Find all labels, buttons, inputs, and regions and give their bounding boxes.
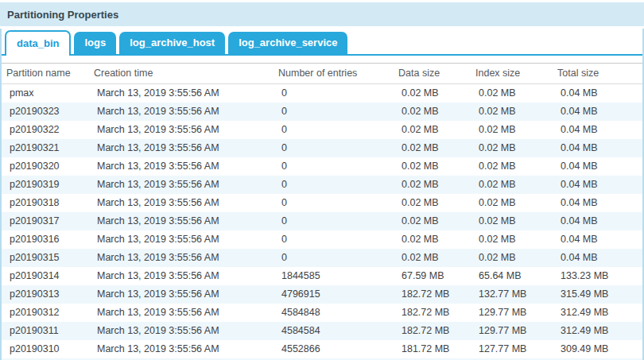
table-cell: 0.02 MB (394, 194, 471, 212)
table-row: p20190313March 13, 2019 3:55:56 AM479691… (2, 285, 642, 304)
tab-log-archive-service[interactable]: log_archive_service (228, 32, 347, 54)
table-cell: p20190312 (2, 304, 89, 322)
table-cell: March 13, 2019 3:55:56 AM (89, 84, 274, 103)
table-cell: 0.02 MB (394, 121, 471, 139)
table-cell: March 13, 2019 3:55:56 AM (89, 304, 274, 322)
table-cell: March 13, 2019 3:55:56 AM (89, 267, 274, 285)
table-cell: p20190320 (2, 157, 89, 176)
table-cell: 0.04 MB (553, 157, 642, 176)
table-cell: 0.02 MB (394, 176, 471, 194)
table-cell: 129.77 MB (471, 304, 553, 322)
table-cell: 181.72 MB (394, 340, 471, 358)
table-cell: 0 (274, 230, 394, 249)
table-cell: 0.02 MB (471, 157, 553, 176)
table-cell: 0.04 MB (553, 194, 642, 212)
table-cell: 0.02 MB (471, 230, 553, 249)
table-cell: March 13, 2019 3:55:56 AM (89, 230, 274, 249)
table-cell: 0 (274, 103, 394, 121)
table-cell: 0.04 MB (553, 230, 642, 249)
column-header-creation-time: Creation time (89, 64, 274, 84)
panel-left-border (0, 29, 2, 360)
table-cell: p20190310 (2, 340, 89, 358)
table-cell: 0.02 MB (471, 103, 553, 121)
table-cell: p20190311 (2, 322, 89, 340)
table-cell: pmax (2, 84, 89, 103)
table-cell: 0.02 MB (394, 249, 471, 267)
table-cell: 182.72 MB (394, 304, 471, 322)
table-cell: 129.77 MB (471, 322, 553, 340)
table-cell: 0.02 MB (471, 194, 553, 212)
table-row: p20190322March 13, 2019 3:55:56 AM00.02 … (2, 121, 642, 139)
table-cell: 315.49 MB (553, 285, 642, 304)
table-cell: 0.04 MB (553, 249, 642, 267)
table-cell: 0.02 MB (471, 84, 553, 103)
table-cell: 0.02 MB (394, 103, 471, 121)
table-header-row: Partition name Creation time Number of e… (2, 64, 642, 84)
table-cell: 0.02 MB (394, 212, 471, 230)
panel-title: Partitioning Properties (7, 9, 118, 21)
table-cell: 0.04 MB (553, 212, 642, 230)
table-cell: 0.02 MB (471, 139, 553, 157)
tab-bar: data_bin logs log_archive_host log_archi… (0, 30, 644, 56)
column-header-total-size: Total size (553, 64, 642, 84)
table-row: pmaxMarch 13, 2019 3:55:56 AM00.02 MB0.0… (2, 84, 642, 103)
panel-title-band: Partitioning Properties (0, 2, 644, 26)
table-cell: 0 (274, 249, 394, 267)
tab-data-bin[interactable]: data_bin (5, 30, 71, 56)
table-row: p20190310March 13, 2019 3:55:56 AM455286… (2, 340, 642, 358)
table-cell: 0.02 MB (471, 249, 553, 267)
table-cell: 0.02 MB (394, 230, 471, 249)
table-cell: p20190319 (2, 176, 89, 194)
table-cell: p20190314 (2, 267, 89, 285)
table-cell: 0 (274, 212, 394, 230)
table-cell: 0 (274, 157, 394, 176)
table-cell: 132.77 MB (471, 285, 553, 304)
table-cell: 4584584 (274, 322, 394, 340)
table-cell: 4584848 (274, 304, 394, 322)
table-cell: 0 (274, 139, 394, 157)
table-cell: p20190313 (2, 285, 89, 304)
table-cell: 0.02 MB (394, 84, 471, 103)
table-cell: 0 (274, 176, 394, 194)
table-cell: March 13, 2019 3:55:56 AM (89, 249, 274, 267)
table-cell: March 13, 2019 3:55:56 AM (89, 103, 274, 121)
table-cell: March 13, 2019 3:55:56 AM (89, 121, 274, 139)
table-cell: 312.49 MB (553, 322, 642, 340)
table-cell: 1844585 (274, 267, 394, 285)
table-cell: p20190315 (2, 249, 89, 267)
table-cell: March 13, 2019 3:55:56 AM (89, 139, 274, 157)
column-header-index-size: Index size (471, 64, 553, 84)
table-cell: March 13, 2019 3:55:56 AM (89, 212, 274, 230)
table-cell: 182.72 MB (394, 285, 471, 304)
tab-log-archive-host[interactable]: log_archive_host (119, 32, 225, 54)
table-cell: 0.02 MB (394, 139, 471, 157)
table-cell: 0 (274, 194, 394, 212)
table-row: p20190315March 13, 2019 3:55:56 AM00.02 … (2, 249, 642, 267)
table-cell: p20190318 (2, 194, 89, 212)
table-cell: 0.04 MB (553, 121, 642, 139)
table-row: p20190323March 13, 2019 3:55:56 AM00.02 … (2, 103, 642, 121)
table-cell: 4796915 (274, 285, 394, 304)
table-cell: p20190316 (2, 230, 89, 249)
column-header-number-of-entries: Number of entries (274, 64, 394, 84)
table-row: p20190319March 13, 2019 3:55:56 AM00.02 … (2, 176, 642, 194)
partitions-table: Partition name Creation time Number of e… (2, 63, 642, 360)
table-cell: March 13, 2019 3:55:56 AM (89, 340, 274, 358)
table-row: p20190320March 13, 2019 3:55:56 AM00.02 … (2, 157, 642, 176)
table-row: p20190311March 13, 2019 3:55:56 AM458458… (2, 322, 642, 340)
column-header-data-size: Data size (394, 64, 471, 84)
table-cell: 67.59 MB (394, 267, 471, 285)
table-cell: 133.23 MB (553, 267, 642, 285)
column-header-partition-name: Partition name (2, 64, 89, 84)
table-cell: 0.02 MB (394, 157, 471, 176)
table-cell: March 13, 2019 3:55:56 AM (89, 194, 274, 212)
table-cell: 0 (274, 84, 394, 103)
table-cell: 182.72 MB (394, 322, 471, 340)
tab-logs[interactable]: logs (74, 32, 116, 54)
table-cell: 4552866 (274, 340, 394, 358)
table-row: p20190317March 13, 2019 3:55:56 AM00.02 … (2, 212, 642, 230)
table-cell: March 13, 2019 3:55:56 AM (89, 157, 274, 176)
table-cell: 312.49 MB (553, 304, 642, 322)
table-cell: 127.77 MB (471, 340, 553, 358)
partitioning-properties-panel: Partitioning Properties data_bin logs lo… (0, 2, 644, 360)
